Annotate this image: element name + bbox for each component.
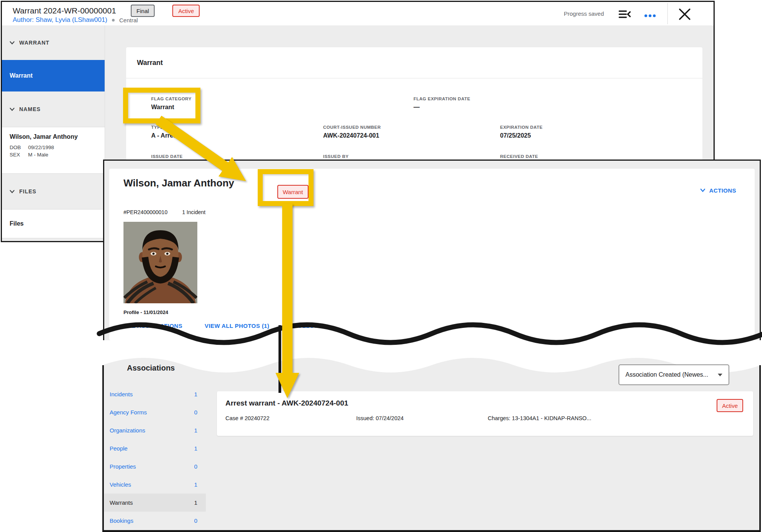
warrant-window-header: Warrant 2024-WR-00000001 Final Active Au… xyxy=(2,2,714,25)
sidebar-section-label: FILES xyxy=(19,188,37,195)
follow-link[interactable]: FOLLOW xyxy=(294,323,320,329)
field-label: COURT-ISSUED NUMBER xyxy=(323,125,381,130)
see-associations-link[interactable]: SEE ASSOCIATIONS xyxy=(123,323,205,329)
status-badge-final: Final xyxy=(131,5,155,17)
sidebar-section-label: WARRANT xyxy=(19,40,50,46)
arrest-warrant-card[interactable]: Arrest warrant - AWK-20240724-001 Case #… xyxy=(217,391,753,436)
person-record-window: Wilson, Jamar Anthony Warrant #PER240000… xyxy=(103,160,761,340)
category-count: 1 xyxy=(194,481,197,488)
category-label: Warrants xyxy=(110,499,133,506)
category-count: 0 xyxy=(194,409,197,416)
category-bookings[interactable]: Bookings 0 xyxy=(104,512,206,530)
category-count: 0 xyxy=(194,517,197,524)
field-court-issued-number: COURT-ISSUED NUMBER AWK-20240724-001 xyxy=(323,125,381,139)
sidebar-item-label: Files xyxy=(10,220,23,227)
field-expiration-date: EXPIRATION DATE 07/25/2025 xyxy=(500,125,543,139)
page-title: Warrant 2024-WR-00000001 xyxy=(13,6,116,15)
photo-caption: Profile - 11/01/2024 xyxy=(123,309,168,315)
incident-count[interactable]: 1 Incident xyxy=(182,209,205,215)
actions-menu[interactable]: ACTIONS xyxy=(700,187,736,194)
field-value: A - Arrest xyxy=(151,132,179,139)
view-all-photos-link[interactable]: VIEW ALL PHOTOS (1) xyxy=(205,323,294,329)
field-label: TYPE xyxy=(151,125,179,130)
field-type: TYPE A - Arrest xyxy=(151,125,179,139)
sidebar-item-warrant[interactable]: Warrant xyxy=(2,60,105,91)
sidebar-section-names[interactable]: NAMES xyxy=(2,91,105,127)
category-properties[interactable]: Properties 0 xyxy=(104,457,206,475)
field-value: — xyxy=(414,104,470,111)
sidebar-item-person[interactable]: Wilson, Jamar Anthony DOB 09/22/1998 SEX… xyxy=(2,127,105,174)
highlight-box-warrant-badge xyxy=(258,169,313,206)
progress-saved-status: Progress saved xyxy=(564,10,604,17)
field-received-date: RECEIVED DATE xyxy=(500,154,538,159)
field-issued-by: ISSUED BY xyxy=(323,154,349,159)
category-label: People xyxy=(110,445,128,452)
category-people[interactable]: People 1 xyxy=(104,439,206,457)
category-label: Organizations xyxy=(110,427,145,434)
field-label: RECEIVED DATE xyxy=(500,154,538,159)
field-value: 07/25/2025 xyxy=(500,132,543,139)
more-options-icon[interactable] xyxy=(644,12,656,19)
field-label: ISSUED DATE xyxy=(151,154,183,159)
associations-title: Associations xyxy=(127,364,175,372)
category-label: Agency Forms xyxy=(110,409,147,416)
field-label: EXPIRATION DATE xyxy=(500,125,543,130)
author-link[interactable]: Author: Shaw, Lyvia (LShaw001) xyxy=(13,16,107,24)
status-badge-active: Active xyxy=(172,5,200,17)
region-label: Central xyxy=(119,17,138,23)
field-issued-date: ISSUED DATE xyxy=(151,154,183,159)
category-warrants[interactable]: Warrants 1 xyxy=(104,494,206,512)
sidebar-section-warrant[interactable]: WARRANT xyxy=(2,25,105,60)
sidebar: WARRANT Warrant NAMES Wilson, Jamar Anth… xyxy=(2,25,105,241)
category-count: 1 xyxy=(194,445,197,452)
dob-value: 09/22/1998 xyxy=(28,145,54,150)
actions-label: ACTIONS xyxy=(709,187,736,194)
chevron-down-icon xyxy=(10,40,15,46)
category-count: 1 xyxy=(194,427,197,434)
person-name: Wilson, Jamar Anthony xyxy=(10,133,105,140)
category-count: 0 xyxy=(194,463,197,470)
sort-dropdown-value: Association Created (Newes... xyxy=(625,371,708,378)
sidebar-section-files[interactable]: FILES xyxy=(2,174,105,209)
sidebar-item-label: Warrant xyxy=(10,72,33,79)
chevron-down-icon xyxy=(10,188,15,195)
chevron-down-icon xyxy=(700,187,705,194)
associations-window: Associations Association Created (Newes.… xyxy=(102,345,761,532)
category-incidents[interactable]: Incidents 1 xyxy=(104,385,206,403)
header-divider xyxy=(667,3,668,24)
dropdown-caret-icon xyxy=(718,374,722,376)
chevron-down-icon xyxy=(10,106,15,112)
category-count: 1 xyxy=(194,499,197,506)
sort-dropdown[interactable]: Association Created (Newes... xyxy=(619,364,729,385)
card-title: Warrant xyxy=(137,59,163,67)
sidebar-item-files[interactable]: Files xyxy=(2,209,105,238)
field-flag-expiration-date: FLAG EXPIRATION DATE — xyxy=(414,96,470,111)
arrest-warrant-title: Arrest warrant - AWK-20240724-001 xyxy=(225,399,348,407)
screenshot-stage: Warrant 2024-WR-00000001 Final Active Au… xyxy=(0,0,762,532)
person-number: #PER2400000010 xyxy=(123,209,167,215)
field-label: ISSUED BY xyxy=(323,154,349,159)
category-count: 1 xyxy=(194,391,197,397)
highlight-box-flag-category xyxy=(123,88,200,123)
category-label: Properties xyxy=(110,463,136,470)
field-label: FLAG EXPIRATION DATE xyxy=(414,96,470,101)
dob-label: DOB xyxy=(10,145,28,150)
menu-open-icon[interactable] xyxy=(619,9,631,21)
close-icon[interactable] xyxy=(678,8,691,22)
field-value: AWK-20240724-001 xyxy=(323,132,381,139)
person-title: Wilson, Jamar Anthony xyxy=(123,177,234,189)
person-card: Wilson, Jamar Anthony Warrant #PER240000… xyxy=(109,169,755,340)
mugshot-photo[interactable] xyxy=(123,222,197,303)
category-agency-forms[interactable]: Agency Forms 0 xyxy=(104,403,206,421)
category-organizations[interactable]: Organizations 1 xyxy=(104,421,206,439)
arrest-warrant-status-badge: Active xyxy=(717,399,743,412)
issued-date: Issued: 07/24/2024 xyxy=(356,415,404,421)
charges: Charges: 13-1304A1 - KIDNAP-RANSO... xyxy=(488,415,591,421)
sidebar-section-label: NAMES xyxy=(19,106,41,112)
category-vehicles[interactable]: Vehicles 1 xyxy=(104,475,206,494)
category-label: Incidents xyxy=(110,391,133,397)
sex-label: SEX xyxy=(10,152,28,158)
sex-value: M - Male xyxy=(28,152,48,158)
category-label: Vehicles xyxy=(110,481,131,488)
case-number: Case # 20240722 xyxy=(225,415,270,421)
